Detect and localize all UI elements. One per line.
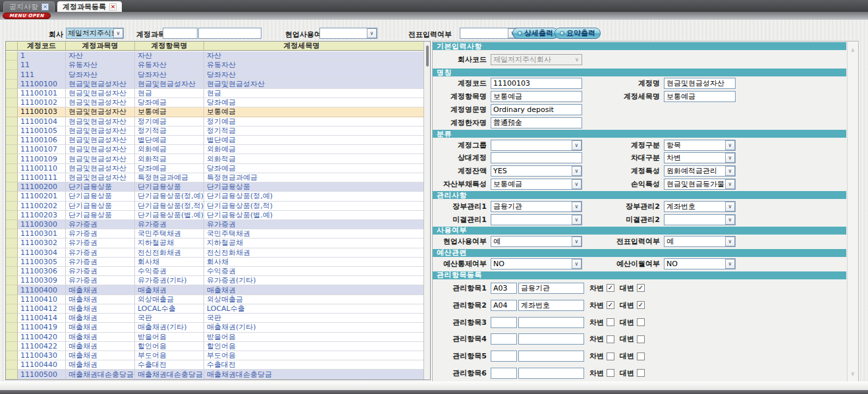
chevron-down-icon[interactable]: ∨ bbox=[725, 215, 735, 225]
field-use-select[interactable]: ∨ bbox=[319, 28, 377, 39]
credit-checkbox[interactable] bbox=[637, 335, 645, 343]
slip-entry-select[interactable]: ∨ bbox=[460, 28, 518, 39]
table-row[interactable]: 11100412 매출채권 LOCAL수출 LOCAL수출 bbox=[6, 304, 423, 314]
chevron-down-icon[interactable]: ∨ bbox=[725, 140, 735, 150]
row-gutter[interactable] bbox=[6, 370, 18, 379]
account-group-select[interactable]: ∨ bbox=[491, 140, 582, 151]
chevron-down-icon[interactable]: ∨ bbox=[725, 259, 735, 269]
grid-scrollbar-thumb[interactable] bbox=[426, 45, 429, 67]
chevron-down-icon[interactable]: ∨ bbox=[725, 179, 735, 189]
row-gutter[interactable] bbox=[6, 304, 18, 314]
row-gutter[interactable] bbox=[6, 258, 18, 267]
english-name-field[interactable] bbox=[491, 104, 582, 115]
row-gutter[interactable] bbox=[6, 127, 18, 136]
table-row[interactable]: 1 자산 자산 자산 bbox=[6, 51, 423, 61]
table-row[interactable]: 11100201 단기금융상품 단기금융상품(정,예) 단기금융상품(정,예) bbox=[6, 192, 423, 201]
close-icon[interactable]: × bbox=[41, 3, 49, 11]
account-name-field[interactable] bbox=[664, 78, 736, 89]
row-gutter[interactable] bbox=[6, 239, 18, 248]
row-gutter[interactable] bbox=[6, 98, 18, 107]
chevron-down-icon[interactable]: ∨ bbox=[572, 237, 582, 246]
row-gutter[interactable] bbox=[6, 117, 18, 127]
table-row[interactable]: 11100104 현금및현금성자산 정기예금 정기예금 bbox=[6, 117, 423, 127]
table-row[interactable]: 11100430 매출채권 부도어음 부도어음 bbox=[6, 351, 423, 360]
table-row[interactable]: 11100200 단기금융상품 단기금융상품 단기금융상품 bbox=[6, 183, 423, 192]
row-gutter[interactable] bbox=[6, 51, 18, 61]
mgmt-item-name-field[interactable] bbox=[518, 317, 584, 328]
table-row[interactable]: 11100309 유가증권 유가증권(기타) 유가증권(기타) bbox=[6, 276, 423, 285]
table-row[interactable]: 11100410 매출채권 외상매출금 외상매출금 bbox=[6, 295, 423, 304]
mgmt-item-code-field[interactable] bbox=[491, 368, 517, 379]
table-row[interactable]: 11100440 매출채권 수출대전 수출대전 bbox=[6, 360, 423, 370]
row-gutter[interactable] bbox=[6, 173, 18, 183]
debit-checkbox[interactable] bbox=[607, 369, 614, 377]
chevron-down-icon[interactable]: ∨ bbox=[572, 215, 582, 225]
mgmt-item-name-field[interactable] bbox=[518, 351, 584, 362]
table-row[interactable]: 11100109 현금및현금성자산 외화적금 외화적금 bbox=[6, 154, 423, 163]
row-gutter[interactable] bbox=[6, 351, 18, 360]
table-row[interactable]: 11100203 단기금융상품 단기금융상품(별.예) 단기금융상품(별.예) bbox=[6, 211, 423, 220]
tab-account-registration[interactable]: 계정과목등록 × bbox=[57, 1, 122, 12]
summary-print-button[interactable]: 요약출력 bbox=[555, 28, 601, 39]
table-row[interactable]: 11100414 매출채권 국판 국판 bbox=[6, 314, 423, 323]
row-gutter[interactable] bbox=[6, 267, 18, 276]
table-row[interactable]: 11100106 현금및현금성자산 별단예금 별단예금 bbox=[6, 136, 423, 145]
table-row[interactable]: 11100419 매출채권 매출채권(기타) 매출채권(기타) bbox=[6, 323, 423, 332]
row-gutter[interactable] bbox=[6, 342, 18, 351]
budget-carryover-select[interactable]: NO ∨ bbox=[664, 258, 736, 269]
row-gutter[interactable] bbox=[6, 107, 18, 117]
profit-loss-trait-select[interactable]: 현금및현금등가물 ∨ bbox=[664, 179, 736, 190]
dc-class-select[interactable]: 차변 ∨ bbox=[664, 152, 736, 163]
table-row[interactable]: 11100300 유가증권 유가증권 유가증권 bbox=[6, 220, 423, 229]
mgmt-item-code-field[interactable] bbox=[491, 300, 517, 311]
chevron-down-icon[interactable]: ∨ bbox=[572, 166, 582, 176]
mgmt-item-name-field[interactable] bbox=[518, 368, 584, 379]
row-gutter[interactable] bbox=[6, 323, 18, 332]
row-gutter[interactable] bbox=[6, 145, 18, 154]
budget-control-select[interactable]: NO ∨ bbox=[491, 258, 582, 269]
pending1-select[interactable]: ∨ bbox=[491, 214, 582, 225]
chevron-down-icon[interactable]: ∨ bbox=[848, 370, 858, 377]
debit-checkbox[interactable]: ✓ bbox=[607, 301, 614, 309]
row-gutter[interactable] bbox=[6, 220, 18, 229]
debit-checkbox[interactable] bbox=[607, 335, 614, 343]
hanja-name-field[interactable] bbox=[491, 117, 582, 128]
table-row[interactable]: 11100103 현금및현금성자산 보통예금 보통예금 bbox=[6, 107, 423, 117]
account-class-select[interactable]: 항목 ∨ bbox=[664, 140, 736, 151]
row-gutter[interactable] bbox=[6, 192, 18, 201]
row-gutter[interactable] bbox=[6, 70, 18, 79]
account-code-input[interactable] bbox=[163, 28, 198, 39]
table-row[interactable]: 11100107 현금및현금성자산 외화예금 외화예금 bbox=[6, 145, 423, 154]
table-row[interactable]: 11100306 유가증권 수익증권 수익증권 bbox=[6, 267, 423, 276]
field-use-detail-select[interactable]: 예 ∨ bbox=[491, 236, 582, 247]
row-gutter[interactable] bbox=[6, 314, 18, 323]
table-row[interactable]: 11100101 현금및현금성자산 현금 현금 bbox=[6, 89, 423, 98]
mgmt-item-code-field[interactable] bbox=[491, 283, 517, 294]
detail-scrollbar[interactable]: ∧ ∨ bbox=[847, 42, 858, 382]
item-name-field[interactable] bbox=[491, 91, 582, 102]
row-gutter[interactable] bbox=[6, 211, 18, 220]
detail-name-field[interactable] bbox=[664, 91, 736, 102]
table-row[interactable]: 11100111 현금및현금성자산 특정현금과예금 특정현금과예금 bbox=[6, 173, 423, 183]
credit-checkbox[interactable] bbox=[637, 369, 645, 377]
chevron-down-icon[interactable]: ∨ bbox=[725, 166, 735, 176]
chevron-down-icon[interactable]: ∨ bbox=[572, 202, 582, 211]
detail-print-button[interactable]: 상세출력 bbox=[512, 28, 558, 39]
row-gutter[interactable] bbox=[6, 183, 18, 192]
table-row[interactable]: 11100422 매출채권 할인어음 할인어음 bbox=[6, 342, 423, 351]
credit-checkbox[interactable]: ✓ bbox=[637, 301, 645, 309]
credit-checkbox[interactable] bbox=[637, 352, 645, 360]
mgmt-item-code-field[interactable] bbox=[491, 317, 517, 328]
account-balance-select[interactable]: YES ∨ bbox=[491, 165, 582, 177]
row-gutter[interactable] bbox=[6, 154, 18, 163]
account-code-field[interactable] bbox=[491, 78, 582, 89]
row-gutter[interactable] bbox=[6, 285, 18, 295]
row-gutter[interactable] bbox=[6, 276, 18, 285]
table-row[interactable]: 11100420 매출채권 받을어음 받을어음 bbox=[6, 333, 423, 342]
row-gutter[interactable] bbox=[6, 61, 18, 70]
table-row[interactable]: 111 당좌자산 당좌자산 당좌자산 bbox=[6, 70, 423, 79]
row-gutter[interactable] bbox=[6, 202, 18, 211]
mgmt-item-code-field[interactable] bbox=[491, 333, 517, 345]
ledger1-select[interactable]: 금융기관 ∨ bbox=[491, 201, 582, 212]
chevron-down-icon[interactable]: ∨ bbox=[572, 179, 582, 189]
